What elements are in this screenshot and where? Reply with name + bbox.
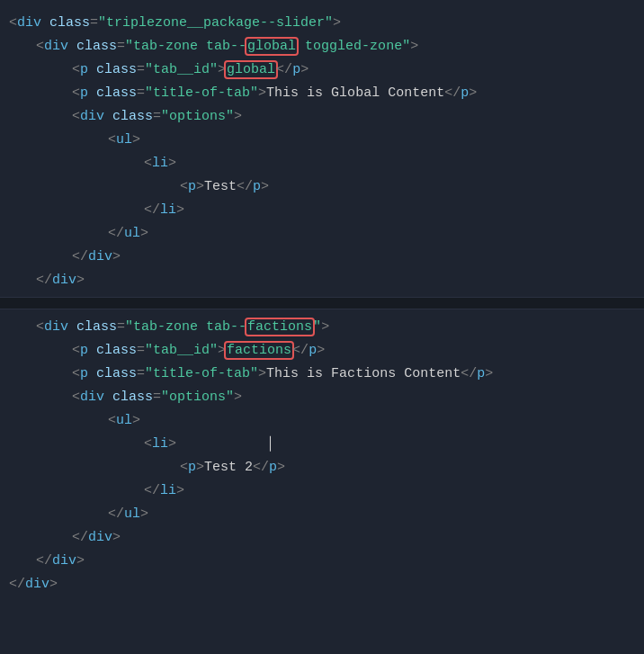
- tag: div: [44, 39, 68, 54]
- tag: div: [44, 319, 68, 335]
- punct: >: [132, 132, 140, 148]
- punct: <: [36, 39, 44, 54]
- attr-value: "tab__id": [145, 62, 218, 77]
- punct: >: [176, 483, 184, 498]
- punct: >: [140, 226, 148, 241]
- highlight-factions-class: factions: [246, 319, 313, 335]
- attr-value: "title-of-tab": [145, 366, 258, 381]
- text-cursor: │: [266, 436, 274, 452]
- punct: </: [276, 62, 292, 77]
- punct: >: [176, 202, 184, 218]
- attr: class: [41, 15, 90, 31]
- punct: >: [277, 460, 285, 475]
- code-section-2: <div class="tab-zone tab--factions"> <p …: [0, 313, 644, 597]
- tag: p: [269, 460, 277, 475]
- tag: ul: [124, 226, 140, 241]
- tag: div: [17, 15, 41, 31]
- attr-value: "options": [161, 109, 234, 124]
- tag: p: [292, 62, 300, 77]
- punct: =: [117, 319, 125, 335]
- tag: div: [88, 530, 112, 545]
- tag: ul: [124, 506, 140, 522]
- punct: </: [9, 577, 25, 592]
- attr: class: [104, 109, 153, 124]
- punct: =: [137, 85, 145, 101]
- punct: <: [144, 436, 152, 452]
- punct: </: [36, 273, 52, 288]
- punct: =: [117, 39, 125, 54]
- punct: >: [469, 85, 477, 101]
- line-14: <p class="tab__id">factions</p>: [0, 338, 644, 362]
- punct: <: [72, 343, 80, 358]
- line-2: <div class="tab-zone tab--global toggled…: [0, 34, 644, 58]
- tag: p: [80, 85, 88, 101]
- punct: >: [300, 62, 309, 77]
- punct: <: [180, 460, 188, 475]
- punct: </: [144, 202, 160, 218]
- punct: =: [153, 390, 161, 405]
- punct: <: [36, 319, 44, 335]
- line-4: <p class="title-of-tab">This is Global C…: [0, 81, 644, 104]
- line-3: <p class="tab__id">global</p>: [0, 58, 644, 81]
- punct: >: [234, 109, 242, 124]
- punct: >: [112, 249, 121, 264]
- highlight-factions-text: factions: [226, 343, 292, 358]
- punct: =: [137, 366, 145, 381]
- punct: >: [410, 39, 418, 54]
- punct: </: [461, 366, 477, 381]
- line-20: </li>: [0, 479, 644, 502]
- punct: >: [196, 179, 204, 194]
- line-23: </div>: [0, 549, 644, 572]
- attr-value-end: ": [313, 319, 321, 335]
- punct: >: [261, 179, 269, 194]
- punct: </: [36, 553, 52, 569]
- tag: li: [160, 202, 176, 218]
- tag: li: [160, 483, 176, 498]
- punct: >: [218, 62, 226, 77]
- punct: </: [253, 460, 269, 475]
- line-1: <div class="triplezone__package--slider"…: [0, 11, 644, 34]
- line-22: </div>: [0, 525, 644, 549]
- tag: p: [80, 366, 88, 381]
- code-editor: <div class="triplezone__package--slider"…: [0, 0, 644, 654]
- attr-value: "options": [161, 390, 234, 405]
- line-19: <p>Test 2</p>: [0, 455, 644, 479]
- content-text: Test: [204, 179, 237, 194]
- punct: <: [180, 179, 188, 194]
- line-6: <ul>: [0, 128, 644, 151]
- line-11: </div>: [0, 245, 644, 268]
- attr-value-end: toggled-zone": [297, 39, 410, 54]
- attr: class: [68, 39, 117, 54]
- content-text: Test 2: [204, 460, 253, 475]
- punct: <: [72, 109, 80, 124]
- line-8: <p>Test</p>: [0, 175, 644, 198]
- attr-value: "triplezone__package--slider": [98, 15, 333, 31]
- punct: </: [444, 85, 461, 101]
- punct: <: [72, 366, 80, 381]
- line-16: <div class="options">: [0, 385, 644, 408]
- punct: >: [76, 553, 85, 569]
- line-17: <ul>: [0, 408, 644, 432]
- tag: p: [80, 62, 88, 77]
- attr: class: [88, 85, 137, 101]
- line-5: <div class="options">: [0, 104, 644, 128]
- line-9: </li>: [0, 198, 644, 221]
- highlight-global-text: global: [226, 62, 276, 77]
- tag: div: [80, 109, 104, 124]
- punct: >: [333, 15, 341, 31]
- punct: </: [108, 226, 124, 241]
- line-21: </ul>: [0, 502, 644, 525]
- punct: >: [234, 390, 242, 405]
- attr: class: [104, 390, 153, 405]
- tag: div: [88, 249, 112, 264]
- line-15: <p class="title-of-tab">This is Factions…: [0, 362, 644, 385]
- attr: class: [88, 62, 137, 77]
- punct: >: [132, 413, 140, 428]
- punct: <: [108, 413, 116, 428]
- tag: p: [188, 179, 196, 194]
- punct: >: [168, 436, 176, 452]
- highlight-global-class: global: [246, 39, 297, 54]
- punct: >: [321, 319, 329, 335]
- punct: >: [140, 506, 148, 522]
- punct: >: [112, 530, 121, 545]
